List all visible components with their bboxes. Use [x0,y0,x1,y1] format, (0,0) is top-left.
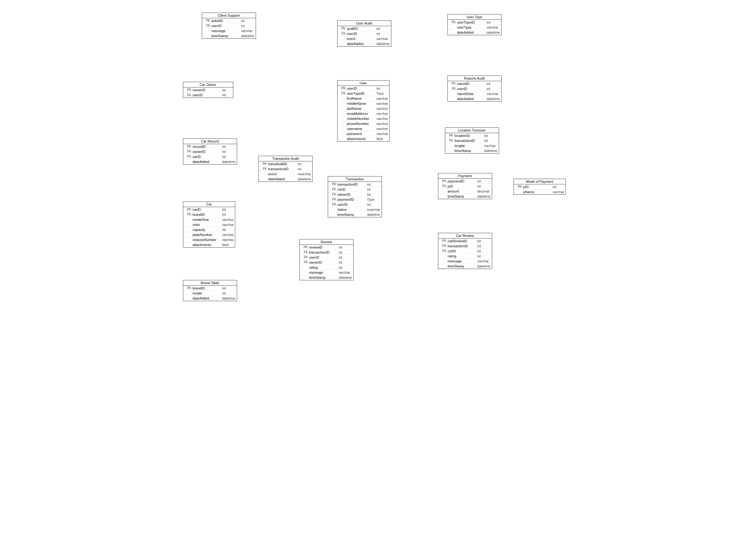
field-name: pID [448,184,476,188]
entity-locationTurnover: Location TurnoverPKlocationIDintFKtransa… [445,127,499,154]
field-name: model [193,291,221,295]
field-type: int [339,255,343,259]
entity-row: eventvarchar [337,36,391,41]
field-type: int [376,32,381,36]
field-type: varchar [376,132,388,136]
entity-transactionAudit: Transaction AuditPKtransAuditIDintFKtran… [258,156,313,182]
entity-row: PKownerIDint [183,87,233,92]
entity-row: attachmentsblob [183,242,235,247]
entity-body-transaction: PKtransactionIDintFKcarIDintFKownerIDint… [328,182,382,217]
entity-payment: PaymentPKpaymentIDintFKpIDintamountdecim… [438,173,492,199]
field-type: int [477,244,481,248]
field-type: int [222,93,226,97]
field-type: datetime [487,97,500,101]
entity-row: FKtransactionIDint [438,244,492,249]
key-label: FK [449,87,456,90]
entity-row: dateAddeddatetime [183,159,237,164]
field-name: ownerID [193,88,221,92]
field-name: attachments [193,243,221,247]
entity-title-carRecord: Car Record [183,139,237,144]
field-type: datetime [222,160,236,164]
field-name: modelYear [193,218,221,221]
field-type: Type [367,198,375,201]
entity-title-user: User [337,81,390,86]
field-type: varchar [241,29,253,33]
entity-row: FKpaymentIDType [328,197,382,202]
entity-row: FKcarIDint [438,249,492,254]
field-type: int [339,250,343,254]
field-type: datetime [222,296,236,300]
field-type: varchar [376,122,388,126]
field-name: transactionID [448,244,476,248]
field-type: varchar [376,117,388,121]
field-type: varchar [553,190,564,194]
field-type: int [222,150,226,154]
field-name: reportData [457,92,485,96]
field-name: locationID [455,134,483,137]
entity-row: PKtransAuditIDint [259,161,313,166]
key-label: FK [185,93,192,97]
entity-row: amountdecimal [438,189,492,194]
key-label: FK [339,32,346,35]
entity-row: eventnvarchar [259,171,313,176]
entity-row: PKticketIDint [202,18,256,23]
field-type: int [484,134,488,137]
entity-body-userAudit: PKauditIDintFKuserIDinteventvarchardateA… [337,26,391,46]
field-type: int [376,27,381,31]
field-name: userID [193,93,221,97]
entity-row: PKtransactionIDint [328,182,382,187]
field-type: datetime [477,264,490,268]
entity-row: FKownerIDint [328,192,382,197]
key-label: FK [329,187,336,191]
field-type: int [477,239,481,243]
field-name: ownerID [337,193,366,196]
entity-row: dateAddeddatetime [259,176,313,181]
svg-line-15 [233,90,337,108]
field-type: int [241,24,245,28]
entity-title-clientSupport: Client Support [202,13,256,18]
field-type: varchar [222,218,234,221]
key-label: FK [440,184,446,188]
field-name: userID [309,255,337,259]
entity-row: FKownerIDint [183,149,237,154]
field-name: timeStamp [309,275,337,280]
svg-line-6 [390,25,447,86]
key-label: PK [185,208,192,211]
field-type: datetime [367,213,381,216]
field-type: varchar [477,259,489,263]
entity-title-transactionAudit: Transaction Audit [259,156,313,161]
field-type: int [339,265,343,269]
entity-row: FKuserTypeIDType [337,91,390,96]
entity-clientSupport: Client SupportPKticketIDintFKuserIDintme… [202,12,256,39]
field-name: message [211,29,240,33]
field-type: int [222,208,226,211]
field-name: longlat [455,144,483,147]
key-label: FK [260,167,267,171]
entity-row: PKreviewIDint [300,245,353,250]
field-name: timeStamp [448,195,476,198]
field-name: amount [448,189,476,193]
key-label: PK [260,162,267,166]
field-name: timeStamp [211,34,240,38]
field-name: userID [457,87,485,91]
entity-modeOfPayment: Mode of PaymentPKpIDintpNamevarchar [514,179,566,195]
entity-row: mobileNumbervarchar [337,116,390,121]
entity-row: capacityint [183,227,235,232]
field-name: carID [193,208,221,211]
entity-title-carReview: Car Review [438,233,492,239]
field-type: datetime [484,149,498,153]
entity-row: FKuserIDint [202,23,256,28]
field-type: int [487,87,490,91]
field-type: int [222,145,226,148]
key-label: PK [449,20,456,24]
entity-body-userType: PKuserTypeIDintuserTypevarchardateAddedd… [448,20,501,35]
field-name: timeStamp [448,264,476,268]
entity-title-transaction: Transaction [328,176,382,182]
field-type: int [367,187,371,191]
entity-row: PKcarReviewIDint [438,239,492,244]
entity-row: modelint [183,291,237,296]
entity-row: middleNamevarchar [337,101,390,106]
entity-row: PKbrandIDint [183,286,237,291]
field-type: Type [376,92,384,95]
entity-row: dateAddeddatetime [337,41,391,46]
